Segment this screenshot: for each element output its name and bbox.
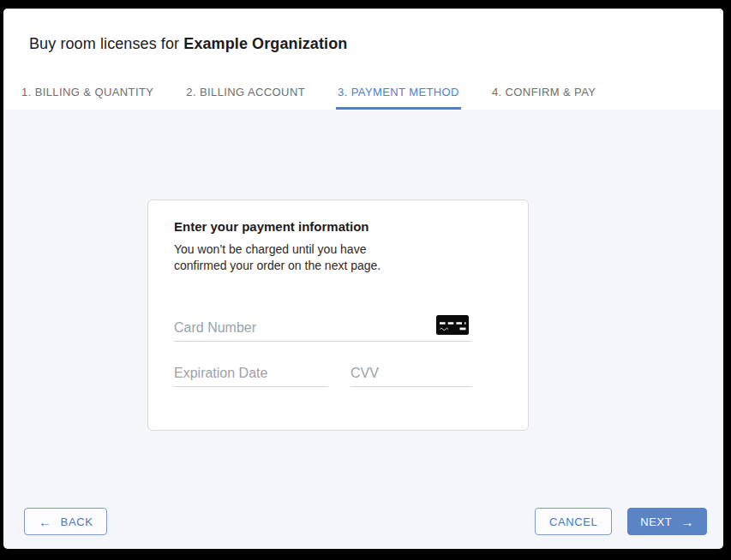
next-arrow-icon: → (680, 515, 694, 528)
organization-name: Example Organization (183, 35, 347, 52)
back-arrow-icon: ← (39, 515, 52, 528)
payment-card-note-line2: confirmed your order on the next page. (174, 258, 502, 274)
next-button[interactable]: NEXT → (627, 508, 707, 535)
tab-billing-and-quantity[interactable]: 1. BILLING & QUANTITY (20, 86, 155, 110)
cvv-input[interactable] (351, 364, 472, 387)
cancel-button-label: CANCEL (549, 515, 597, 528)
expiration-date-input[interactable] (174, 364, 328, 387)
payment-card-note-line1: You won’t be charged until you have (174, 241, 502, 258)
footer-right-group: CANCEL NEXT → (535, 508, 707, 535)
back-button[interactable]: ← BACK (24, 508, 107, 535)
payment-info-card: Enter your payment information You won’t… (147, 200, 529, 431)
tab-confirm-and-pay[interactable]: 4. CONFIRM & PAY (490, 86, 598, 110)
credit-card-icon (436, 315, 469, 335)
tab-payment-method[interactable]: 3. PAYMENT METHOD (336, 86, 461, 110)
tab-billing-account[interactable]: 2. BILLING ACCOUNT (184, 86, 307, 110)
dialog-footer: ← BACK CANCEL NEXT → (24, 508, 707, 535)
cancel-button[interactable]: CANCEL (535, 508, 612, 535)
next-button-label: NEXT (640, 515, 672, 528)
card-number-input[interactable] (174, 319, 471, 342)
page-title-prefix: Buy room licenses for (29, 35, 183, 52)
dialog-header: Buy room licenses for Example Organizati… (3, 9, 723, 110)
payment-card-heading: Enter your payment information (174, 219, 502, 234)
page-title: Buy room licenses for Example Organizati… (29, 35, 347, 53)
buy-licenses-dialog: Buy room licenses for Example Organizati… (3, 9, 723, 549)
wizard-steps: 1. BILLING & QUANTITY 2. BILLING ACCOUNT… (20, 86, 597, 110)
expiration-cvv-row (174, 364, 502, 387)
card-number-row (174, 319, 471, 342)
back-button-label: BACK (61, 515, 93, 528)
